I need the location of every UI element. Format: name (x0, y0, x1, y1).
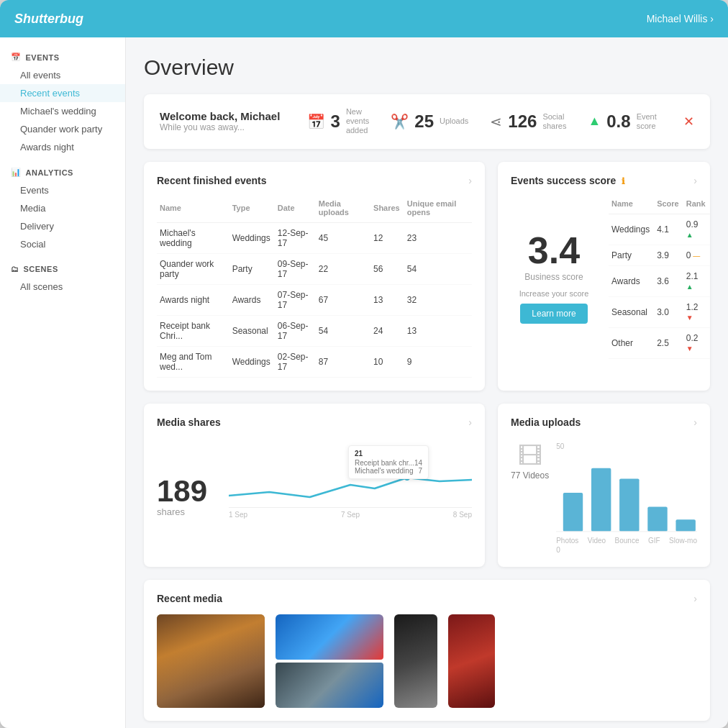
sidebar-section-scenes: 🗂 Scenes (0, 260, 125, 278)
scenes-icon: 🗂 (11, 265, 19, 273)
sidebar-item-events-analytics[interactable]: Events (0, 181, 125, 199)
score-row: Seasonal3.01.2 ▼ (609, 296, 710, 327)
recent-media-title: Recent media (157, 593, 222, 604)
svg-rect-5 (676, 519, 696, 532)
sidebar-item-all-events[interactable]: All events (0, 66, 125, 84)
recent-media-grid (157, 614, 697, 708)
sidebar-item-media[interactable]: Media (0, 199, 125, 217)
svg-rect-2 (591, 468, 611, 531)
media-thumb-3[interactable] (394, 614, 437, 708)
recent-events-arrow[interactable]: › (468, 175, 472, 186)
events-success-card: Events success score ℹ › 3.4 Business sc… (498, 162, 710, 391)
shares-label: shares (157, 506, 214, 517)
bar-chart (556, 453, 697, 532)
sidebar-item-social[interactable]: Social (0, 235, 125, 253)
media-thumb-2[interactable] (276, 614, 383, 708)
media-uploads-card: Media uploads › 🎞 77 Videos 50 (498, 404, 710, 567)
table-row: Receipt bank Chri...Seasonal06-Sep-17542… (157, 315, 472, 346)
score-row: Weddings4.10.9 ▲ (609, 214, 710, 245)
table-row: Michael's weddingWeddings12-Sep-17451223 (157, 222, 472, 253)
recent-events-title: Recent finished events (157, 175, 267, 186)
stat-score: ▲ 0.8 Eventscore (588, 112, 656, 132)
stat-shares: ⋖ 126 Socialshares (490, 112, 566, 132)
x-label-2: 7 Sep (341, 511, 360, 519)
welcome-subtitle: While you was away... (160, 122, 280, 132)
stat-uploads: ✂️ 25 Uploads (391, 112, 468, 132)
chart-tooltip: 21 Receipt bank chr... 14 Michael's wedd… (348, 445, 429, 479)
score-number: 0.8 (606, 112, 630, 132)
business-label: Business score (524, 272, 583, 282)
welcome-title: Welcome back, Michael (160, 110, 280, 122)
events-success-title: Events success score ℹ (511, 175, 625, 186)
events-number: 3 (331, 112, 340, 132)
sidebar-item-quander[interactable]: Quander work party (0, 120, 125, 138)
col-media: Media uploads (316, 196, 370, 223)
business-score: 3.4 (528, 232, 580, 269)
media-shares-title: Media shares (157, 417, 221, 428)
sidebar-item-recent-events[interactable]: Recent events (0, 84, 125, 102)
film-icon: 🎞 (518, 442, 542, 470)
info-icon: ℹ (622, 176, 625, 186)
bar-label-photos: Photos (556, 537, 578, 545)
score-row: Other2.50.2 ▼ (609, 327, 710, 358)
col-date: Date (275, 196, 316, 223)
bar-label-bounce: Bounce (615, 537, 640, 545)
shares-number: 126 (508, 112, 537, 132)
media-uploads-arrow[interactable]: › (693, 417, 697, 428)
shares-icon: ⋖ (490, 113, 502, 130)
score-row: Party3.90 — (609, 245, 710, 265)
col-type: Type (229, 196, 275, 223)
welcome-card: Welcome back, Michael While you was away… (144, 94, 710, 149)
score-row: Awards3.62.1 ▲ (609, 265, 710, 296)
x-label-1: 1 Sep (229, 511, 247, 519)
main-content: Overview Welcome back, Michael While you… (126, 37, 728, 728)
sidebar-section-events: 📅 Events (0, 48, 125, 66)
score-arrow-icon: ▲ (588, 114, 601, 129)
table-row: Awards nightAwards07-Sep-17671332 (157, 284, 472, 315)
media-shares-card: Media shares › 189 shares 21 Receipt ban… (144, 404, 485, 567)
x-label-3: 8 Sep (453, 511, 472, 519)
sidebar-section-analytics: 📊 Analytics (0, 163, 125, 181)
sidebar-item-delivery[interactable]: Delivery (0, 217, 125, 235)
score-label: Eventscore (637, 112, 657, 131)
total-shares: 189 (157, 476, 214, 506)
svg-rect-3 (619, 478, 639, 531)
shares-label: Socialshares (542, 112, 566, 131)
y-min: 0 (556, 546, 697, 554)
stat-events: 📅 3 Neweventsadded (307, 107, 370, 136)
app-logo: Shutterbug (14, 12, 83, 27)
video-label: 77 Videos (511, 470, 549, 481)
bar-label-video: Video (588, 537, 606, 545)
uploads-number: 25 (414, 112, 434, 132)
media-shares-arrow[interactable]: › (468, 417, 472, 428)
sidebar: 📅 Events All events Recent events Michae… (0, 37, 126, 728)
learn-more-button[interactable]: Learn more (520, 304, 587, 324)
col-name: Name (157, 196, 229, 223)
uploads-icon: ✂️ (391, 113, 409, 130)
y-max: 50 (556, 442, 697, 450)
table-row: Quander work partyParty09-Sep-17225654 (157, 253, 472, 284)
analytics-icon: 📊 (11, 168, 22, 177)
recent-media-arrow[interactable]: › (693, 593, 697, 604)
col-shares: Shares (370, 196, 404, 223)
sidebar-item-awards[interactable]: Awards night (0, 138, 125, 156)
events-success-arrow[interactable]: › (693, 175, 697, 186)
welcome-stats: 📅 3 Neweventsadded ✂️ 25 Uploads ⋖ 126 S… (307, 107, 657, 136)
sidebar-item-michaels-wedding[interactable]: Michael's wedding (0, 102, 125, 120)
increase-text: Increase your score (519, 289, 589, 298)
media-uploads-title: Media uploads (511, 417, 581, 428)
close-button[interactable]: ✕ (683, 114, 694, 129)
media-thumb-1[interactable] (157, 614, 265, 708)
table-row: Meg and Tom wed...Weddings02-Sep-1787109 (157, 346, 472, 377)
media-thumb-4[interactable] (448, 614, 495, 708)
svg-rect-4 (647, 506, 667, 531)
events-icon: 📅 (11, 53, 22, 62)
sidebar-item-all-scenes[interactable]: All scenes (0, 278, 125, 296)
user-name[interactable]: Michael Willis › (647, 13, 714, 24)
page-title: Overview (144, 55, 710, 80)
events-label: Neweventsadded (346, 107, 369, 136)
calendar-icon: 📅 (307, 113, 325, 130)
bar-label-slowmo: Slow-mo (669, 537, 697, 545)
svg-rect-1 (563, 493, 583, 532)
col-email: Unique email opens (404, 196, 472, 223)
